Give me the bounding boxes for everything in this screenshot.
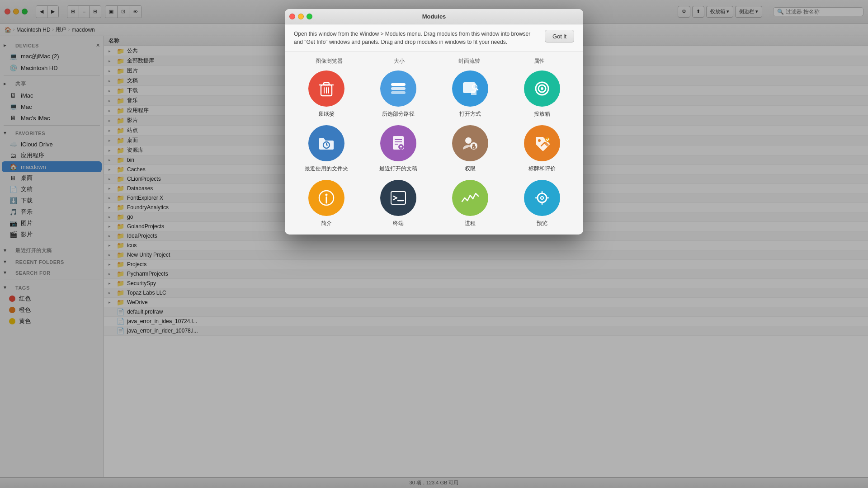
svg-point-35 xyxy=(541,197,543,199)
size-label: 所选部分路径 xyxy=(382,110,415,118)
svg-rect-6 xyxy=(391,83,406,86)
svg-rect-31 xyxy=(391,192,406,204)
permissions-label: 权限 xyxy=(465,165,476,173)
tags-icon xyxy=(524,125,560,161)
module-permissions[interactable]: 权限 xyxy=(438,125,502,173)
module-process[interactable]: 进程 xyxy=(438,180,502,227)
modules-grid-header: 图像浏览器 大小 封面流转 属性 xyxy=(285,52,583,67)
module-info[interactable]: 简介 xyxy=(294,180,359,227)
permissions-icon xyxy=(452,125,488,161)
svg-point-14 xyxy=(541,87,543,90)
modal-overlay: Modules Open this window from the Window… xyxy=(0,0,868,488)
module-recent-folder[interactable]: 最近使用的文件夹 xyxy=(294,125,359,173)
recent-folder-label: 最近使用的文件夹 xyxy=(305,165,348,173)
recent-docs-icon xyxy=(380,125,416,161)
svg-point-27 xyxy=(545,137,550,142)
svg-rect-2 xyxy=(324,83,329,85)
module-attributes[interactable]: 投放箱 xyxy=(509,70,574,118)
modules-minimize-button[interactable] xyxy=(298,14,304,19)
recent-docs-label: 最近打开的文稿 xyxy=(379,165,417,173)
terminal-icon xyxy=(380,180,416,216)
col-header-size: 大小 xyxy=(364,57,434,65)
tags-label: 标牌和评价 xyxy=(528,165,556,173)
preview-label: 预览 xyxy=(537,220,547,227)
size-icon xyxy=(380,70,416,107)
svg-point-21 xyxy=(465,137,472,144)
module-cover[interactable]: 打开方式 xyxy=(438,70,502,118)
attributes-icon xyxy=(524,70,560,107)
modules-close-button[interactable] xyxy=(289,14,295,19)
module-tags[interactable]: 标牌和评价 xyxy=(509,125,574,173)
got-it-button[interactable]: Got it xyxy=(545,30,574,42)
svg-point-29 xyxy=(325,194,327,196)
trash-label: 废纸篓 xyxy=(318,110,335,118)
svg-rect-7 xyxy=(391,87,406,90)
svg-line-11 xyxy=(476,89,478,90)
modules-traffic-lights xyxy=(289,14,312,19)
module-terminal[interactable]: 终端 xyxy=(366,180,430,227)
process-label: 进程 xyxy=(465,220,476,227)
module-recent-docs[interactable]: 最近打开的文稿 xyxy=(366,125,430,173)
process-icon xyxy=(452,180,488,216)
col-header-cover: 封面流转 xyxy=(434,57,504,65)
modules-info-text: Open this window from the Window > Modul… xyxy=(294,30,538,46)
trash-icon xyxy=(308,70,344,107)
svg-rect-8 xyxy=(391,91,406,94)
modules-window: Modules Open this window from the Window… xyxy=(285,9,583,235)
preview-icon xyxy=(524,180,560,216)
svg-point-26 xyxy=(538,139,541,142)
module-trash[interactable]: 废纸篓 xyxy=(294,70,359,118)
cover-label: 打开方式 xyxy=(459,110,481,118)
modules-maximize-button[interactable] xyxy=(307,14,312,19)
col-header-attributes: 属性 xyxy=(504,57,574,65)
module-preview[interactable]: 预览 xyxy=(509,180,574,227)
modules-titlebar: Modules xyxy=(285,9,583,24)
terminal-label: 终端 xyxy=(393,220,404,227)
attributes-label: 投放箱 xyxy=(534,110,550,118)
col-header-image-browser: 图像浏览器 xyxy=(294,57,364,65)
cover-icon xyxy=(452,70,488,107)
modules-info-bar: Open this window from the Window > Modul… xyxy=(285,24,583,52)
info-icon xyxy=(308,180,344,216)
info-label: 简介 xyxy=(321,220,332,227)
modules-title: Modules xyxy=(422,13,446,20)
module-size[interactable]: 所选部分路径 xyxy=(366,70,430,118)
modules-grid: 废纸篓 所选部分路径 xyxy=(285,67,583,235)
recent-folder-icon xyxy=(308,125,344,161)
